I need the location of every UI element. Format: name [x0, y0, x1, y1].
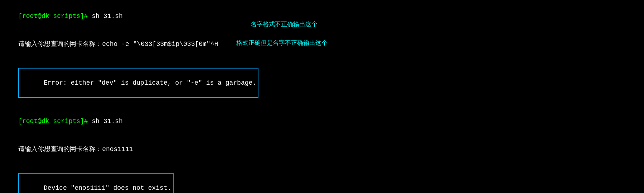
terminal: [root@dk scripts]# sh 31.sh 请输入你想查询的网卡名称…	[0, 0, 644, 193]
line-4: [root@dk scripts]# sh 31.sh	[3, 107, 641, 135]
line-6: Device "enos1111" does not exist.	[3, 164, 641, 193]
annotation-1: 名字格式不正确输出这个	[251, 20, 318, 28]
cmd-4: sh 31.sh	[92, 118, 122, 125]
line-3: Error: either "dev" is duplicate, or "-e…	[3, 58, 641, 107]
chinese-2: 请输入你想查询的网卡名称：echo -e "\033[33m$ip\033[0m…	[18, 41, 218, 48]
line-1: [root@dk scripts]# sh 31.sh	[3, 2, 641, 30]
annotation-2: 格式正确但是名字不正确输出这个	[236, 39, 328, 47]
prompt-1: [root@dk scripts]#	[18, 13, 92, 20]
prompt-4: [root@dk scripts]#	[18, 118, 92, 125]
line-5: 请输入你想查询的网卡名称：enos1111	[3, 135, 641, 163]
error-box: Error: either "dev" is duplicate, or "-e…	[18, 68, 258, 98]
cmd-1: sh 31.sh	[92, 13, 122, 20]
device-box: Device "enos1111" does not exist.	[18, 173, 173, 193]
chinese-5: 请输入你想查询的网卡名称：enos1111	[18, 146, 133, 153]
error-text: Error: either "dev" is duplicate, or "-e…	[44, 79, 256, 86]
device-text: Device "enos1111" does not exist.	[44, 184, 171, 192]
